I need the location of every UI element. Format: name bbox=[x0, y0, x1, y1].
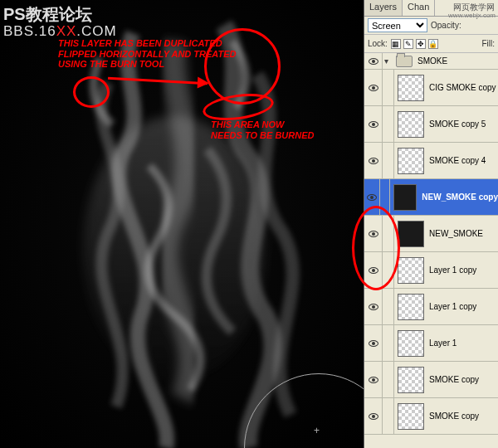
link-column[interactable] bbox=[383, 325, 394, 361]
layer-row[interactable]: NEW_SMOKE bbox=[364, 216, 498, 252]
layer-thumbnail[interactable] bbox=[398, 294, 424, 320]
tab-layers[interactable]: Layers bbox=[364, 0, 403, 16]
link-column[interactable] bbox=[383, 252, 394, 288]
layer-row[interactable]: Layer 1 copy bbox=[364, 252, 498, 289]
layers-list: ▾ SMOKE CIG SMOKE copy SMOKE copy 5 SMOK… bbox=[364, 53, 498, 448]
eye-icon bbox=[369, 85, 378, 91]
layer-thumbnail[interactable] bbox=[398, 221, 424, 247]
visibility-toggle[interactable] bbox=[364, 398, 383, 434]
link-column[interactable] bbox=[383, 398, 394, 434]
blend-mode-select[interactable]: Screen bbox=[368, 18, 427, 32]
eye-icon bbox=[369, 231, 378, 237]
link-column[interactable] bbox=[383, 143, 394, 178]
eye-icon bbox=[369, 304, 378, 310]
canvas-viewport[interactable]: PS教程论坛 BBS.16XX.COM THIS LAYER HAS BEEN … bbox=[0, 0, 364, 448]
layer-thumbnail[interactable] bbox=[398, 75, 424, 101]
visibility-toggle[interactable] bbox=[364, 325, 383, 361]
link-column[interactable] bbox=[383, 216, 394, 251]
site-watermark-url: www.webjx.com bbox=[448, 12, 496, 19]
anno2-line2: NEEDS TO BE BURNED bbox=[211, 130, 314, 141]
bbs-num: XX bbox=[56, 23, 77, 39]
eye-icon bbox=[369, 340, 378, 347]
visibility-toggle[interactable] bbox=[364, 252, 383, 288]
eye-icon bbox=[369, 121, 378, 128]
visibility-toggle[interactable] bbox=[364, 289, 383, 324]
lock-all-icon[interactable]: 🔒 bbox=[428, 39, 438, 49]
svg-point-0 bbox=[83, 116, 266, 382]
eye-icon bbox=[369, 58, 378, 65]
layer-name-label[interactable]: CIG SMOKE copy bbox=[429, 83, 496, 92]
layer-name-label[interactable]: SMOKE copy bbox=[429, 411, 479, 421]
eye-icon bbox=[369, 377, 378, 383]
lock-position-icon[interactable]: ✥ bbox=[416, 39, 426, 49]
bbs-pre: BBS.16 bbox=[3, 23, 56, 39]
layer-name-label[interactable]: SMOKE copy 5 bbox=[429, 119, 486, 129]
brush-cursor-cross: + bbox=[314, 425, 320, 436]
annotation-circle-left bbox=[73, 76, 110, 108]
layer-name-label[interactable]: NEW_SMOKE copy bbox=[422, 192, 498, 202]
visibility-toggle[interactable] bbox=[364, 216, 383, 251]
blend-opacity-row: Screen Opacity: bbox=[364, 17, 498, 35]
annotation-circle-right bbox=[204, 28, 281, 105]
layer-row[interactable]: SMOKE copy bbox=[364, 362, 498, 398]
lock-icons: ▦ ✎ ✥ 🔒 bbox=[391, 39, 438, 49]
layer-row[interactable]: SMOKE copy 5 bbox=[364, 106, 498, 143]
watermark-title: PS教程论坛 bbox=[3, 3, 92, 26]
link-column[interactable] bbox=[380, 179, 390, 215]
layer-name-label[interactable]: NEW_SMOKE bbox=[429, 229, 483, 238]
layer-row[interactable]: SMOKE copy bbox=[364, 398, 498, 435]
folder-icon bbox=[396, 56, 413, 67]
layer-thumbnail[interactable] bbox=[398, 330, 424, 357]
watermark-bbs: BBS.16XX.COM bbox=[3, 23, 117, 40]
opacity-label: Opacity: bbox=[431, 21, 461, 30]
fill-label: Fill: bbox=[481, 39, 495, 48]
layer-name-label[interactable]: SMOKE copy bbox=[429, 375, 479, 384]
visibility-toggle[interactable] bbox=[364, 106, 383, 142]
layer-group-row[interactable]: ▾ SMOKE bbox=[364, 53, 498, 70]
visibility-toggle[interactable] bbox=[364, 143, 383, 178]
annotation-burn-note: THIS AREA NOW NEEDS TO BE BURNED bbox=[211, 119, 314, 140]
layer-thumbnail[interactable] bbox=[398, 257, 424, 284]
chevron-down-icon[interactable]: ▾ bbox=[384, 56, 393, 66]
lock-transparency-icon[interactable]: ▦ bbox=[391, 39, 401, 49]
layer-thumbnail[interactable] bbox=[398, 403, 424, 430]
layer-row[interactable]: Layer 1 bbox=[364, 325, 498, 362]
tab-channels[interactable]: Chan bbox=[403, 0, 435, 16]
visibility-toggle[interactable] bbox=[364, 70, 383, 105]
layer-row[interactable]: SMOKE copy 4 bbox=[364, 143, 498, 179]
visibility-toggle[interactable] bbox=[364, 179, 380, 215]
layer-thumbnail[interactable] bbox=[398, 148, 424, 174]
layer-group-name[interactable]: SMOKE bbox=[417, 56, 447, 66]
visibility-toggle[interactable] bbox=[364, 53, 383, 69]
layer-thumbnail[interactable] bbox=[398, 367, 424, 393]
link-column[interactable] bbox=[383, 106, 394, 142]
bbs-suf: .COM bbox=[76, 23, 116, 39]
layer-name-label[interactable]: SMOKE copy 4 bbox=[429, 156, 486, 165]
layer-row[interactable]: CIG SMOKE copy bbox=[364, 70, 498, 106]
layer-row[interactable]: NEW_SMOKE copy bbox=[364, 179, 498, 216]
layer-row[interactable]: Layer 1 copy bbox=[364, 289, 498, 325]
link-column[interactable] bbox=[383, 70, 394, 105]
eye-icon bbox=[369, 158, 378, 164]
lock-pixels-icon[interactable]: ✎ bbox=[403, 39, 413, 49]
layer-thumbnail[interactable] bbox=[398, 111, 424, 138]
visibility-toggle[interactable] bbox=[364, 362, 383, 397]
layer-name-label[interactable]: Layer 1 bbox=[429, 338, 456, 348]
eye-icon bbox=[367, 194, 377, 201]
layers-panel: 网页教学网 www.webjx.com Layers Chan Screen O… bbox=[364, 0, 498, 448]
layer-name-label[interactable]: Layer 1 copy bbox=[429, 302, 476, 311]
link-column[interactable] bbox=[383, 289, 394, 324]
layer-name-label[interactable]: Layer 1 copy bbox=[429, 265, 476, 275]
lock-label: Lock: bbox=[368, 39, 388, 48]
eye-icon bbox=[369, 413, 378, 420]
layer-thumbnail[interactable] bbox=[393, 184, 417, 211]
lock-fill-row: Lock: ▦ ✎ ✥ 🔒 Fill: bbox=[364, 35, 498, 53]
anno2-line1: THIS AREA NOW bbox=[211, 119, 314, 130]
eye-icon bbox=[369, 267, 378, 274]
link-column[interactable] bbox=[383, 362, 394, 397]
